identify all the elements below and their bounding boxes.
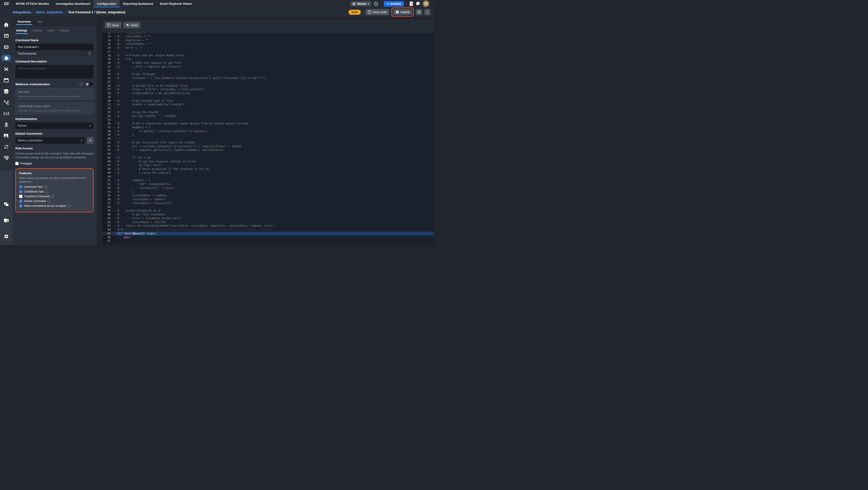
feature-checkbox[interactable]: ✓	[19, 200, 22, 203]
nav-item-configuration[interactable]: Configuration	[94, 0, 120, 7]
editor-undo-button[interactable]: Undo	[123, 22, 141, 28]
code-line-text[interactable]: # resultData = rawData	[114, 198, 434, 201]
code-line-text[interactable]	[114, 50, 434, 54]
feature-checkbox[interactable]	[19, 195, 22, 198]
help-question-icon[interactable]: ?	[80, 82, 83, 86]
default-connection-select[interactable]: Select a connection ▼	[16, 137, 85, 144]
privileged-checkbox[interactable]	[16, 162, 19, 165]
code-line-text[interactable]: # error = ""	[114, 46, 434, 50]
sidebar-database-icon[interactable]	[1, 86, 11, 97]
info-icon[interactable]: i	[48, 200, 51, 203]
code-line-text[interactable]: # contextData = rawData	[114, 194, 434, 198]
subtab-settings[interactable]: Settings	[16, 26, 28, 35]
code-line-text[interactable]: # resUploadFile = pb.uploadFile(files)	[114, 91, 434, 95]
code-line-text[interactable]: # # Get filename	[114, 73, 434, 76]
code-line-text[interactable]: # return pb.returnOutputModel(resultData…	[114, 224, 434, 228]
webhook-card-json-web-token-jwt-[interactable]: JSON Web Token (JWT)Manage secret keys a…	[16, 102, 94, 114]
code-line-text[interactable]	[114, 69, 434, 73]
code-line-text[interactable]: def TestCommand1(*args):	[114, 232, 434, 235]
sidebar-integrations-puzzle-icon[interactable]	[1, 53, 11, 64]
code-line-text[interactable]: # contextData = ""	[114, 42, 434, 46]
fold-caret-icon[interactable]: ▾	[113, 232, 114, 236]
info-icon[interactable]: i	[44, 185, 48, 189]
code-line-text[interactable]: # # get file traceback	[114, 213, 434, 217]
tab-test[interactable]: Test	[35, 17, 45, 26]
code-line-text[interactable]	[114, 107, 434, 110]
code-line-text[interactable]: # # Log the sha256	[114, 110, 434, 114]
code-line-text[interactable]: # except Exception as e:	[114, 209, 434, 213]
code-line-text[interactable]: # sha265 = resUploadFile["sha256"]	[114, 103, 434, 107]
sidebar-playbook-play-icon[interactable]	[1, 41, 11, 53]
version-history-button[interactable]	[416, 9, 422, 15]
fold-caret-icon[interactable]: ▾	[113, 179, 114, 182]
fold-caret-icon[interactable]: ▾	[113, 57, 114, 61]
sidebar-calendar-board-icon[interactable]	[1, 75, 11, 86]
code-line-text[interactable]: # # Get virustotal file report by sha256	[114, 141, 434, 145]
feature-checkbox[interactable]: ✓	[19, 185, 22, 189]
breadcrumb-demo-integration[interactable]: Demo_Integration	[36, 10, 63, 14]
code-line-text[interactable]	[114, 118, 434, 122]
sidebar-home-icon[interactable]	[1, 19, 11, 30]
site-selector-master[interactable]: Master ▾	[350, 1, 371, 6]
editor-save-button[interactable]: Save	[105, 22, 121, 28]
subtab-inputs[interactable]: Inputs	[46, 26, 55, 35]
nav-item-reporting-dashboard[interactable]: Reporting Dashboard	[120, 0, 156, 7]
submit-button[interactable]: Submit	[393, 9, 412, 15]
code-line-text[interactable]: # r_file = requests.get(fileurl)	[114, 65, 434, 69]
more-options-kebab-button[interactable]: ⋮	[424, 9, 430, 15]
feature-checkbox[interactable]: ✓	[19, 204, 22, 207]
code-line-text[interactable]: # # Get a connection parameter named api…	[114, 122, 434, 125]
code-line-text[interactable]: # url = runtime["connector"]["serverurl"…	[114, 145, 434, 148]
code-line-text[interactable]: # pb.log(r.text)	[114, 163, 434, 167]
info-icon[interactable]: i	[45, 190, 49, 193]
code-line-text[interactable]: # "x-apikey": runtime["connector"]["apik…	[114, 129, 434, 133]
code-line-text[interactable]: # pb.log("sha256: " + sha265)	[114, 114, 434, 118]
code-line-text[interactable]: # headers = {	[114, 125, 434, 129]
user-avatar[interactable]	[423, 1, 429, 7]
nav-item-mitre-att-ck-monitor[interactable]: MITRE ATT&CK Monitor	[12, 0, 53, 7]
breadcrumb-integrations[interactable]: Integrations	[13, 10, 31, 14]
d3-logo[interactable]: D3	[0, 2, 12, 6]
code-line-text[interactable]: # # Raise exception if the response is n…	[114, 167, 434, 171]
info-icon[interactable]: i	[67, 204, 70, 207]
code-line-text[interactable]	[114, 95, 434, 99]
info-icon[interactable]: i	[51, 195, 54, 198]
sidebar-connections-nodes-icon[interactable]	[1, 97, 11, 108]
fold-caret-icon[interactable]: ▾	[113, 156, 114, 160]
webhook-auth-toggle[interactable]	[85, 82, 94, 86]
code-line-text[interactable]: # }	[114, 133, 434, 137]
sidebar-settings-gear-icon[interactable]	[1, 231, 11, 242]
code-line-text[interactable]: # # Get sha256 hash of file	[114, 99, 434, 103]
chat-icon[interactable]	[416, 2, 420, 6]
sidebar-monitor-calendar-icon[interactable]	[1, 30, 11, 41]
code-line-text[interactable]: # rawData = {	[114, 178, 434, 182]
code-line-text[interactable]: # returnData = ""	[114, 35, 434, 38]
webhook-card-api-key[interactable]: API KeyManage and generate the API keys …	[16, 88, 94, 100]
code-line-text[interactable]: # "virustotal": r.json()	[114, 186, 434, 190]
command-description-textarea[interactable]: Command Description	[16, 65, 94, 79]
sidebar-broadcast-antenna-icon[interactable]	[1, 108, 11, 119]
nav-item-investigation-dashboard[interactable]: Investigation Dashboard	[53, 0, 94, 7]
sidebar-utility-tools-icon[interactable]	[1, 64, 11, 75]
code-line-text[interactable]: # # Log the response content if error	[114, 160, 434, 164]
fold-caret-icon[interactable]: ▾	[113, 209, 114, 213]
code-line-text[interactable]: # # Process and set output model value	[114, 54, 434, 57]
sidebar-fingerprint-icon[interactable]	[1, 152, 11, 163]
implementation-select[interactable]: Python ▼	[16, 122, 94, 129]
sidebar-sync-arrows-icon[interactable]	[1, 141, 11, 152]
code-line-text[interactable]	[114, 175, 434, 179]
sidebar-folder-user-icon[interactable]	[1, 215, 11, 226]
nav-item-event-playbook-viewer[interactable]: Event Playbook Viewer	[156, 0, 195, 7]
code-line-text[interactable]	[114, 239, 434, 243]
help-question-icon[interactable]: ?	[88, 52, 91, 55]
code-line-text[interactable]	[114, 80, 434, 84]
feature-checkbox[interactable]: ✓	[19, 190, 22, 193]
code-line-text[interactable]: # # Make the request to get file	[114, 61, 434, 65]
code-line-text[interactable]: # returnData = "Successful"	[114, 201, 434, 205]
code-line-text[interactable]: # r.raise_for_status()	[114, 171, 434, 175]
code-line-text[interactable]: # keyFields = ""	[114, 38, 434, 42]
code-line-text[interactable]: # try:	[114, 57, 434, 61]
code-line-text[interactable]: # if not r.ok:	[114, 156, 434, 160]
code-line-text[interactable]	[114, 205, 434, 209]
code-line-text[interactable]	[114, 152, 434, 156]
